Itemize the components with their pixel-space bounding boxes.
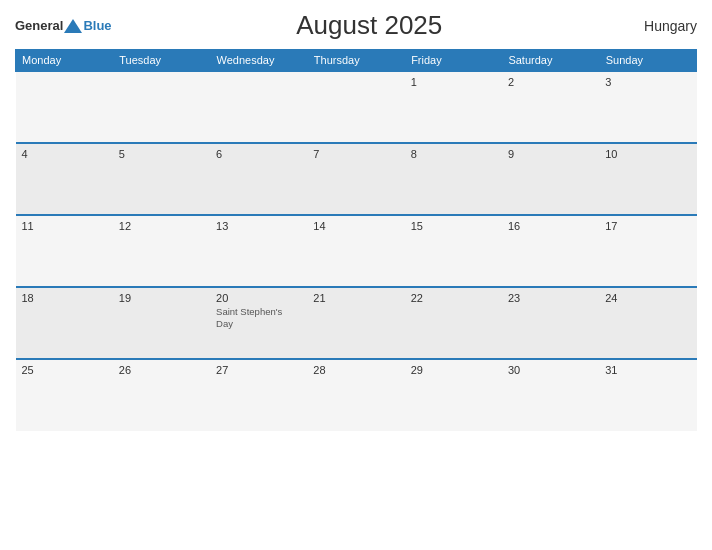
calendar-cell bbox=[307, 71, 404, 143]
calendar-cell: 2 bbox=[502, 71, 599, 143]
calendar-cell: 25 bbox=[16, 359, 113, 431]
col-sunday: Sunday bbox=[599, 50, 696, 72]
day-number: 9 bbox=[508, 148, 593, 160]
day-number: 24 bbox=[605, 292, 690, 304]
day-number: 22 bbox=[411, 292, 496, 304]
calendar-page: General Blue August 2025 Hungary Monday … bbox=[0, 0, 712, 550]
calendar-cell: 4 bbox=[16, 143, 113, 215]
calendar-cell: 14 bbox=[307, 215, 404, 287]
calendar-table: Monday Tuesday Wednesday Thursday Friday… bbox=[15, 49, 697, 431]
calendar-cell: 1 bbox=[405, 71, 502, 143]
calendar-header-row: Monday Tuesday Wednesday Thursday Friday… bbox=[16, 50, 697, 72]
calendar-cell: 23 bbox=[502, 287, 599, 359]
calendar-cell: 31 bbox=[599, 359, 696, 431]
day-number: 12 bbox=[119, 220, 204, 232]
calendar-week-row: 45678910 bbox=[16, 143, 697, 215]
calendar-cell: 8 bbox=[405, 143, 502, 215]
day-number: 26 bbox=[119, 364, 204, 376]
calendar-cell: 10 bbox=[599, 143, 696, 215]
day-number: 28 bbox=[313, 364, 398, 376]
calendar-cell: 22 bbox=[405, 287, 502, 359]
day-number: 10 bbox=[605, 148, 690, 160]
calendar-cell bbox=[113, 71, 210, 143]
calendar-cell: 21 bbox=[307, 287, 404, 359]
calendar-cell: 9 bbox=[502, 143, 599, 215]
day-number: 25 bbox=[22, 364, 107, 376]
day-number: 5 bbox=[119, 148, 204, 160]
logo: General Blue bbox=[15, 18, 112, 33]
day-number: 6 bbox=[216, 148, 301, 160]
col-monday: Monday bbox=[16, 50, 113, 72]
calendar-week-row: 123 bbox=[16, 71, 697, 143]
calendar-week-row: 181920Saint Stephen's Day21222324 bbox=[16, 287, 697, 359]
day-number: 15 bbox=[411, 220, 496, 232]
calendar-cell: 28 bbox=[307, 359, 404, 431]
calendar-cell: 16 bbox=[502, 215, 599, 287]
calendar-cell: 20Saint Stephen's Day bbox=[210, 287, 307, 359]
calendar-cell: 27 bbox=[210, 359, 307, 431]
day-number: 11 bbox=[22, 220, 107, 232]
calendar-cell: 17 bbox=[599, 215, 696, 287]
calendar-cell: 26 bbox=[113, 359, 210, 431]
calendar-cell: 18 bbox=[16, 287, 113, 359]
col-friday: Friday bbox=[405, 50, 502, 72]
day-number: 27 bbox=[216, 364, 301, 376]
holiday-name: Saint Stephen's Day bbox=[216, 306, 301, 331]
calendar-week-row: 25262728293031 bbox=[16, 359, 697, 431]
calendar-cell: 11 bbox=[16, 215, 113, 287]
logo-icon bbox=[64, 19, 82, 33]
day-number: 19 bbox=[119, 292, 204, 304]
col-thursday: Thursday bbox=[307, 50, 404, 72]
calendar-cell bbox=[210, 71, 307, 143]
calendar-cell: 24 bbox=[599, 287, 696, 359]
calendar-cell: 15 bbox=[405, 215, 502, 287]
day-number: 17 bbox=[605, 220, 690, 232]
day-number: 21 bbox=[313, 292, 398, 304]
calendar-week-row: 11121314151617 bbox=[16, 215, 697, 287]
calendar-cell: 7 bbox=[307, 143, 404, 215]
day-number: 23 bbox=[508, 292, 593, 304]
svg-marker-0 bbox=[64, 19, 82, 33]
calendar-cell: 13 bbox=[210, 215, 307, 287]
page-title: August 2025 bbox=[112, 10, 627, 41]
day-number: 13 bbox=[216, 220, 301, 232]
day-number: 20 bbox=[216, 292, 301, 304]
day-number: 4 bbox=[22, 148, 107, 160]
day-number: 2 bbox=[508, 76, 593, 88]
calendar-cell: 6 bbox=[210, 143, 307, 215]
col-saturday: Saturday bbox=[502, 50, 599, 72]
day-number: 3 bbox=[605, 76, 690, 88]
country-label: Hungary bbox=[627, 18, 697, 34]
calendar-cell: 29 bbox=[405, 359, 502, 431]
calendar-cell bbox=[16, 71, 113, 143]
day-number: 8 bbox=[411, 148, 496, 160]
day-number: 16 bbox=[508, 220, 593, 232]
day-number: 14 bbox=[313, 220, 398, 232]
logo-blue-text: Blue bbox=[83, 18, 111, 33]
logo-general-text: General bbox=[15, 18, 63, 33]
col-wednesday: Wednesday bbox=[210, 50, 307, 72]
day-number: 1 bbox=[411, 76, 496, 88]
day-number: 29 bbox=[411, 364, 496, 376]
page-header: General Blue August 2025 Hungary bbox=[15, 10, 697, 41]
calendar-cell: 30 bbox=[502, 359, 599, 431]
calendar-cell: 19 bbox=[113, 287, 210, 359]
day-number: 30 bbox=[508, 364, 593, 376]
calendar-cell: 12 bbox=[113, 215, 210, 287]
day-number: 18 bbox=[22, 292, 107, 304]
day-number: 7 bbox=[313, 148, 398, 160]
calendar-cell: 3 bbox=[599, 71, 696, 143]
calendar-cell: 5 bbox=[113, 143, 210, 215]
col-tuesday: Tuesday bbox=[113, 50, 210, 72]
day-number: 31 bbox=[605, 364, 690, 376]
